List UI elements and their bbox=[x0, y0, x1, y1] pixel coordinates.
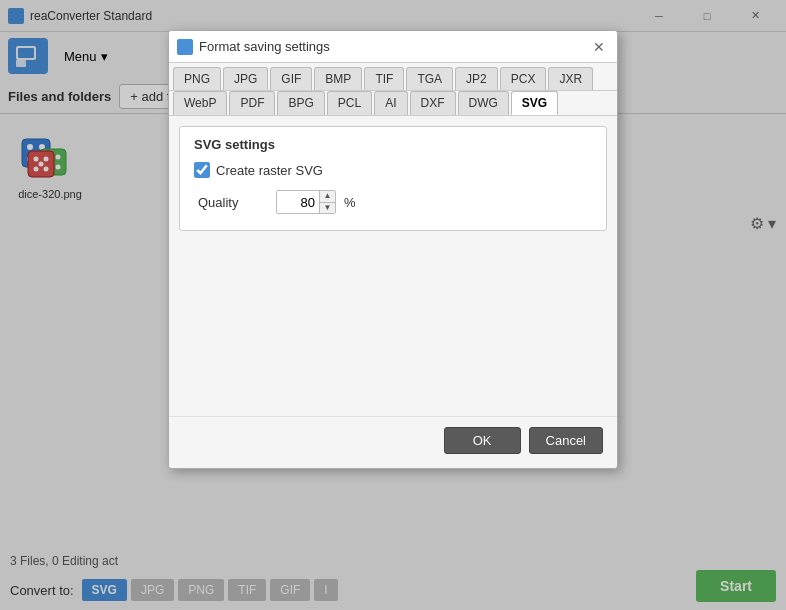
tab-pdf[interactable]: PDF bbox=[229, 91, 275, 115]
tab-ai[interactable]: AI bbox=[374, 91, 407, 115]
ok-button[interactable]: OK bbox=[444, 427, 521, 454]
tab-webp[interactable]: WebP bbox=[173, 91, 227, 115]
dialog-body: SVG settings Create raster SVG Quality bbox=[169, 116, 617, 416]
modal-overlay: Format saving settings ✕ PNG JPG GIF BMP… bbox=[0, 0, 786, 610]
quality-label: Quality bbox=[198, 195, 268, 210]
settings-content-area: SVG settings Create raster SVG Quality bbox=[179, 126, 607, 406]
quality-decrement-button[interactable]: ▼ bbox=[320, 203, 335, 214]
quality-percent-label: % bbox=[344, 195, 356, 210]
tab-jp2[interactable]: JP2 bbox=[455, 67, 498, 90]
app-window: reaConverter Standard ─ □ ✕ Menu ▾ Files… bbox=[0, 0, 786, 610]
tab-png[interactable]: PNG bbox=[173, 67, 221, 90]
dialog-title-icon bbox=[177, 39, 193, 55]
tab-svg[interactable]: SVG bbox=[511, 91, 558, 115]
tab-dwg[interactable]: DWG bbox=[458, 91, 509, 115]
tab-gif[interactable]: GIF bbox=[270, 67, 312, 90]
tab-pcx[interactable]: PCX bbox=[500, 67, 547, 90]
quality-row: Quality ▲ ▼ % bbox=[194, 190, 592, 214]
dialog-close-button[interactable]: ✕ bbox=[589, 37, 609, 57]
quality-increment-button[interactable]: ▲ bbox=[320, 191, 335, 203]
tab-tif[interactable]: TIF bbox=[364, 67, 404, 90]
create-raster-svg-checkbox[interactable] bbox=[194, 162, 210, 178]
dialog-title-bar: Format saving settings ✕ bbox=[169, 31, 617, 63]
tab-bpg[interactable]: BPG bbox=[277, 91, 324, 115]
tab-jpg[interactable]: JPG bbox=[223, 67, 268, 90]
cancel-button[interactable]: Cancel bbox=[529, 427, 603, 454]
dialog-footer: OK Cancel bbox=[169, 416, 617, 468]
dialog: Format saving settings ✕ PNG JPG GIF BMP… bbox=[168, 30, 618, 469]
quality-spinner: ▲ ▼ bbox=[319, 191, 335, 213]
tab-pcl[interactable]: PCL bbox=[327, 91, 372, 115]
quality-input-wrap: ▲ ▼ bbox=[276, 190, 336, 214]
tab-jxr[interactable]: JXR bbox=[548, 67, 593, 90]
tab-dxf[interactable]: DXF bbox=[410, 91, 456, 115]
format-tabs-row1: PNG JPG GIF BMP TIF TGA JP2 PCX JXR bbox=[169, 63, 617, 91]
checkbox-label: Create raster SVG bbox=[216, 163, 323, 178]
settings-group-title: SVG settings bbox=[194, 137, 592, 152]
settings-group: SVG settings Create raster SVG Quality bbox=[179, 126, 607, 231]
checkbox-row: Create raster SVG bbox=[194, 162, 592, 178]
format-tabs-row2: WebP PDF BPG PCL AI DXF DWG SVG bbox=[169, 91, 617, 116]
tab-bmp[interactable]: BMP bbox=[314, 67, 362, 90]
dialog-title-text: Format saving settings bbox=[199, 39, 589, 54]
quality-input[interactable] bbox=[277, 191, 319, 213]
tab-tga[interactable]: TGA bbox=[406, 67, 453, 90]
